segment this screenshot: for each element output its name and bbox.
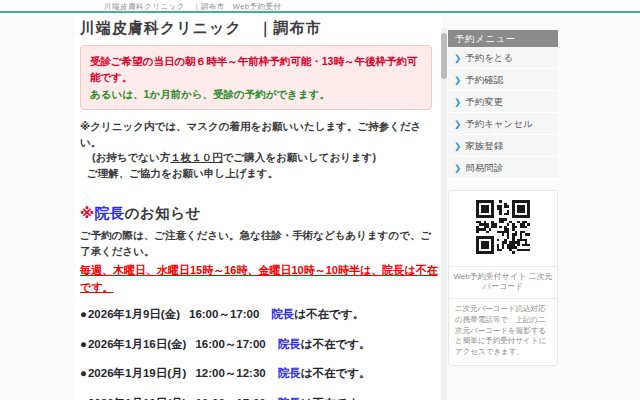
sidebar-item-change[interactable]: ❯予約変更 <box>448 91 558 113</box>
chevron-right-icon: ❯ <box>454 163 461 173</box>
absence-row: ●2026年1月16日(金)16:00～17:00院長は不在です。 <box>80 337 433 352</box>
qr-card: Web予約受付サイト 二次元バーコード 二次元バーコード読込対応の携帯電話等で、… <box>448 190 558 366</box>
mask-notice: ※クリニック内では、マスクの着用をお願いいたします。ご持参ください。 (お持ちで… <box>80 119 433 182</box>
mask-notice-line2: (お持ちでない方１枚１０円でご購入をお願いしております) <box>80 150 433 166</box>
bullet-icon: ● <box>80 367 87 379</box>
mask-notice-line1: ※クリニック内では、マスクの着用をお願いいたします。ご持参ください。 <box>80 119 433 151</box>
director-link: 院長 <box>271 308 294 320</box>
director-notice-body: ご予約の際は、ご注意ください。急な往診・手術などもありますので、ご了承ください。 <box>80 228 438 260</box>
top-bar: 川端皮膚科クリニック ｜調布市 Web予約受付 <box>0 0 640 11</box>
sidebar-menu: 予約メニュー ❯予約をとる ❯予約確認 ❯予約変更 ❯予約キャンセル ❯家族登録… <box>448 30 558 179</box>
bullet-icon: ● <box>80 308 87 320</box>
sidebar-item-reserve[interactable]: ❯予約をとる <box>448 47 558 69</box>
absence-row: ●2026年1月9日(金)16:00～17:00院長は不在です。 <box>80 307 433 322</box>
qr-code <box>476 200 530 254</box>
bullet-icon: ● <box>80 338 87 350</box>
director-absence-warning: 毎週、木曜日、水曜日15時～16時、金曜日10時～10時半は、院長は不在です。 <box>80 262 438 296</box>
heading-director-word: 院長 <box>95 205 125 221</box>
qr-code-wrap <box>449 191 557 266</box>
page-title: 川端皮膚科クリニック ｜調布市 <box>80 19 433 38</box>
director-link: 院長 <box>278 338 301 350</box>
chevron-right-icon: ❯ <box>454 75 461 85</box>
mask-notice-line3: ご理解、ご協力をお願い申し上げます。 <box>80 166 433 182</box>
chevron-right-icon: ❯ <box>454 119 461 129</box>
reservation-alert-box: 受診ご希望の当日の朝６時半～午前枠予約可能・13時～午後枠予約可能です。 あるい… <box>80 45 432 110</box>
scrollbar-thumb[interactable] <box>441 33 447 79</box>
scrollbar-track[interactable] <box>441 28 447 400</box>
alert-line-green: あるいは、1か月前から、受診の予約ができます。 <box>90 86 422 102</box>
chevron-right-icon: ❯ <box>454 53 461 63</box>
sidebar-item-family-register[interactable]: ❯家族登録 <box>448 135 558 157</box>
sidebar-item-questionnaire[interactable]: ❯簡易問診 <box>448 157 558 179</box>
chevron-right-icon: ❯ <box>454 97 461 107</box>
absence-date-list: ●2026年1月9日(金)16:00～17:00院長は不在です。 ●2026年1… <box>80 307 433 400</box>
qr-caption: Web予約受付サイト 二次元バーコード <box>449 266 557 299</box>
price-underlined: １枚１０円 <box>170 151 223 163</box>
main-content: 川端皮膚科クリニック ｜調布市 受診ご希望の当日の朝６時半～午前枠予約可能・13… <box>75 13 443 400</box>
sidebar-item-cancel[interactable]: ❯予約キャンセル <box>448 113 558 135</box>
absence-row: ●2026年1月19日(月)12:00～12:30院長は不在です。 <box>80 366 433 381</box>
heading-asterisk: ※ <box>80 205 95 221</box>
director-notice-heading: ※院長のお知らせ <box>80 204 433 223</box>
director-link: 院長 <box>278 367 301 379</box>
chevron-right-icon: ❯ <box>454 141 461 151</box>
sidebar-menu-title: 予約メニュー <box>448 30 558 47</box>
absence-row: ●2026年1月19日(月)16:00～17:00院長は不在です。 <box>80 396 433 400</box>
alert-line-red: 受診ご希望の当日の朝６時半～午前枠予約可能・13時～午後枠予約可能です。 <box>90 53 422 86</box>
qr-description: 二次元バーコード読込対応の携帯電話等で、上記の二次元バーコードを撮影すると簡単に… <box>449 299 557 365</box>
sidebar-item-confirm[interactable]: ❯予約確認 <box>448 69 558 91</box>
